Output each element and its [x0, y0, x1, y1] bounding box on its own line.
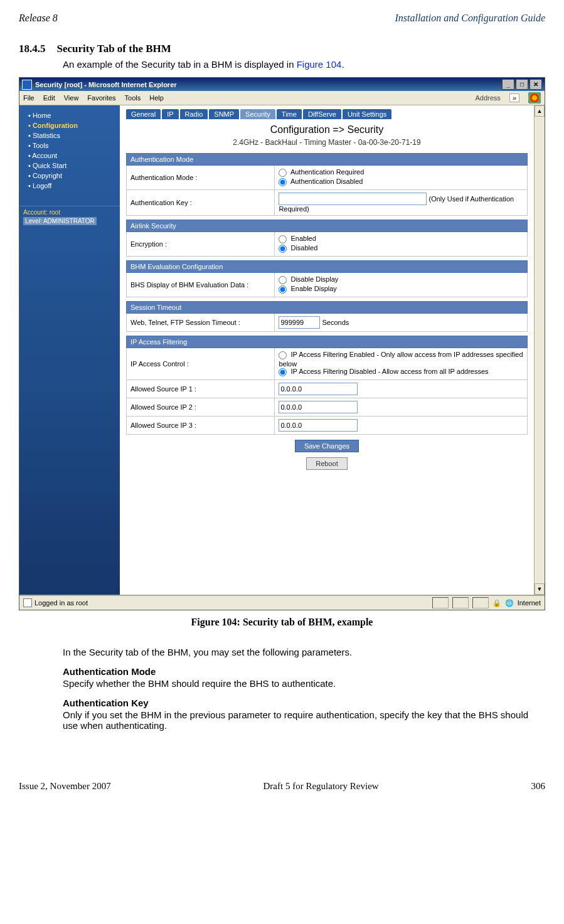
auth-disabled-option[interactable]: Authentication Disabled: [279, 178, 523, 187]
toolbar-chevrons-icon[interactable]: »: [509, 93, 519, 102]
param-body-auth-mode: Specify whether the BHM should require t…: [63, 678, 545, 689]
encryption-enabled-option[interactable]: Enabled: [279, 235, 523, 244]
allowed-ip2-input[interactable]: [279, 401, 358, 413]
menu-edit[interactable]: Edit: [43, 94, 55, 102]
figure-link[interactable]: Figure 104: [297, 59, 342, 70]
section-name: Security Tab of the BHM: [57, 43, 171, 55]
panel-bhm-evaluation: BHM Evaluation Configuration BHS Display…: [126, 260, 528, 297]
tab-ip[interactable]: IP: [162, 109, 178, 119]
panel-airlink-security: Airlink Security Encryption : Enabled Di…: [126, 220, 528, 257]
windows-logo-icon: [528, 92, 541, 104]
session-timeout-suffix: Seconds: [322, 319, 349, 326]
auth-key-label: Authentication Key :: [127, 190, 275, 216]
close-button[interactable]: ✕: [529, 79, 542, 90]
lock-icon: [492, 599, 501, 607]
tab-unit-settings[interactable]: Unit Settings: [343, 109, 391, 119]
allowed-ip3-input[interactable]: [279, 419, 358, 432]
guide-title: Installation and Configuration Guide: [395, 13, 545, 24]
menu-tools[interactable]: Tools: [125, 94, 141, 102]
draft-label: Draft 5 for Regulatory Review: [263, 781, 379, 792]
auth-mode-label: Authentication Mode :: [127, 166, 275, 190]
allowed-ip2-label: Allowed Source IP 2 :: [127, 398, 275, 417]
window-titlebar: Security [root] - Microsoft Internet Exp…: [19, 78, 545, 91]
param-head-auth-key: Authentication Key: [63, 698, 545, 708]
page-subtitle: 2.4GHz - BackHaul - Timing Master - 0a-0…: [126, 138, 528, 147]
panel-header: BHM Evaluation Configuration: [127, 261, 528, 273]
panel-authentication-mode: Authentication Mode Authentication Mode …: [126, 153, 528, 216]
sidebar-item-configuration[interactable]: Configuration: [28, 120, 120, 130]
allowed-ip1-label: Allowed Source IP 1 :: [127, 380, 275, 398]
ip-filter-enabled-option[interactable]: IP Access Filtering Enabled - Only allow…: [279, 351, 523, 368]
session-timeout-input[interactable]: [279, 316, 320, 329]
status-bar: Logged in as root Internet: [19, 595, 545, 610]
release-label: Release 8: [19, 13, 58, 24]
page-number: 306: [531, 781, 546, 792]
panel-header: Airlink Security: [127, 220, 528, 232]
sidebar: Home Configuration Statistics Tools Acco…: [19, 105, 120, 595]
param-body-auth-key: Only if you set the BHM in the previous …: [63, 709, 545, 731]
page-icon: [23, 598, 32, 607]
account-line: Account: root: [23, 209, 116, 216]
menu-view[interactable]: View: [64, 94, 79, 102]
sidebar-item-statistics[interactable]: Statistics: [28, 130, 120, 141]
minimize-button[interactable]: _: [502, 79, 514, 90]
maximize-button[interactable]: □: [516, 79, 528, 90]
level-line: Level: ADMINISTRATOR: [23, 217, 97, 225]
address-label: Address: [476, 94, 501, 102]
disable-display-option[interactable]: Disable Display: [279, 275, 523, 285]
status-left: Logged in as root: [35, 599, 88, 607]
internet-zone-icon: [505, 599, 514, 607]
allowed-ip1-input[interactable]: [279, 383, 358, 395]
save-changes-button[interactable]: Save Changes: [295, 440, 359, 452]
browser-window: Security [root] - Microsoft Internet Exp…: [19, 77, 545, 610]
sidebar-item-tools[interactable]: Tools: [28, 141, 120, 151]
tab-snmp[interactable]: SNMP: [209, 109, 239, 119]
allowed-ip3-label: Allowed Source IP 3 :: [127, 417, 275, 435]
panel-ip-access-filtering: IP Access Filtering IP Access Control : …: [126, 336, 528, 435]
issue-label: Issue 2, November 2007: [19, 781, 111, 792]
panel-header: Session Timeout: [127, 302, 528, 314]
session-timeout-label: Web, Telnet, FTP Session Timeout :: [127, 314, 275, 332]
menu-favorites[interactable]: Favorites: [87, 94, 115, 102]
tab-bar: General IP Radio SNMP Security Time Diff…: [126, 109, 528, 119]
main-content: General IP Radio SNMP Security Time Diff…: [120, 105, 534, 595]
sidebar-item-quick-start[interactable]: Quick Start: [28, 161, 120, 171]
menu-help[interactable]: Help: [149, 94, 164, 102]
panel-header: Authentication Mode: [127, 154, 528, 166]
param-head-auth-mode: Authentication Mode: [63, 666, 545, 677]
tab-security[interactable]: Security: [240, 109, 275, 119]
tab-time[interactable]: Time: [277, 109, 302, 119]
auth-required-option[interactable]: Authentication Required: [279, 168, 523, 178]
ip-filter-disabled-option[interactable]: IP Access Filtering Disabled - Allow acc…: [279, 368, 523, 377]
tab-general[interactable]: General: [126, 109, 161, 119]
panel-header: IP Access Filtering: [127, 336, 528, 348]
doc-header: Release 8 Installation and Configuration…: [19, 13, 545, 24]
bhs-display-label: BHS Display of BHM Evaluation Data :: [127, 273, 275, 297]
tab-diffserve[interactable]: DiffServe: [303, 109, 341, 119]
panel-session-timeout: Session Timeout Web, Telnet, FTP Session…: [126, 301, 528, 332]
sidebar-item-logoff[interactable]: Logoff: [28, 181, 120, 191]
reboot-button[interactable]: Reboot: [306, 457, 347, 470]
menu-bar: File Edit View Favorites Tools Help Addr…: [19, 91, 545, 105]
doc-footer: Issue 2, November 2007 Draft 5 for Regul…: [19, 781, 545, 792]
encryption-label: Encryption :: [127, 232, 275, 257]
scroll-down-icon[interactable]: ▼: [535, 583, 545, 595]
enable-display-option[interactable]: Enable Display: [279, 285, 523, 294]
intro-paragraph: An example of the Security tab in a BHM …: [63, 59, 545, 70]
sidebar-item-account[interactable]: Account: [28, 151, 120, 161]
sidebar-item-home[interactable]: Home: [28, 110, 120, 120]
after-figure-paragraph: In the Security tab of the BHM, you may …: [63, 647, 545, 657]
figure-caption: Figure 104: Security tab of BHM, example: [19, 617, 545, 628]
vertical-scrollbar[interactable]: ▲ ▼: [534, 105, 545, 595]
page-title: Configuration => Security: [126, 124, 528, 135]
encryption-disabled-option[interactable]: Disabled: [279, 244, 523, 253]
auth-key-input[interactable]: [279, 193, 427, 205]
section-heading: 18.4.5Security Tab of the BHM: [19, 43, 545, 55]
window-title: Security [root] - Microsoft Internet Exp…: [35, 81, 177, 88]
tab-radio[interactable]: Radio: [180, 109, 208, 119]
menu-file[interactable]: File: [23, 94, 35, 102]
status-right: Internet: [518, 599, 541, 607]
scroll-up-icon[interactable]: ▲: [535, 105, 545, 117]
sidebar-item-copyright[interactable]: Copyright: [28, 171, 120, 181]
ip-access-control-label: IP Access Control :: [127, 348, 275, 380]
